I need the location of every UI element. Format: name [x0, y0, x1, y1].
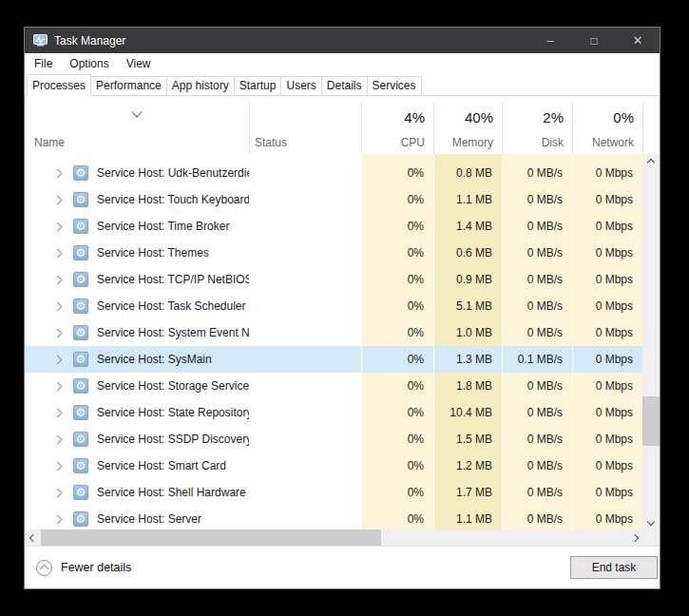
memory-cell: 1.1 MB [433, 506, 502, 529]
process-row[interactable]: ⚙Service Host: Time Broker0%1.4 MB0 MB/s… [25, 213, 642, 240]
window-title: Task Manager [54, 34, 125, 48]
process-rows: ⚙Service Host: Unistack Service G...0%0.… [25, 154, 642, 529]
process-row[interactable]: ⚙Service Host: System Event Noti...0%1.0… [25, 319, 642, 346]
column-header-network[interactable]: 0% Network [572, 103, 642, 154]
tab-users[interactable]: Users [280, 76, 321, 95]
process-name-cell: ⚙Service Host: SysMain [25, 346, 249, 373]
column-header-name[interactable]: Name [25, 103, 249, 154]
cpu-cell: 0% [361, 426, 433, 452]
tab-startup[interactable]: Startup [234, 76, 282, 95]
process-row[interactable]: ⚙Service Host: TCP/IP NetBIOS H...0%0.9 … [25, 266, 642, 293]
service-gear-icon: ⚙ [73, 219, 88, 234]
disk-column-label: Disk [542, 136, 564, 149]
menu-options[interactable]: Options [61, 57, 117, 70]
process-row[interactable]: ⚙Service Host: Smart Card0%1.2 MB0 MB/s0… [25, 452, 642, 479]
fewer-details-label: Fewer details [61, 561, 131, 574]
process-name-cell: ⚙Service Host: TCP/IP NetBIOS H... [25, 266, 249, 293]
service-gear-icon: ⚙ [73, 192, 88, 207]
expand-chevron-icon[interactable] [53, 301, 63, 311]
expand-chevron-icon[interactable] [53, 408, 63, 417]
column-header-status[interactable]: Status [249, 103, 361, 154]
cpu-cell: 0% [361, 213, 433, 240]
vertical-scrollbar[interactable] [642, 154, 660, 529]
process-row[interactable]: ⚙Service Host: SSDP Discovery0%1.5 MB0 M… [25, 426, 642, 452]
expand-chevron-icon[interactable] [53, 221, 63, 231]
process-row[interactable]: ⚙Service Host: Storage Service0%1.8 MB0 … [25, 373, 642, 399]
cpu-cell: 0% [361, 266, 433, 293]
process-row[interactable]: ⚙Service Host: SysMain0%1.3 MB0.1 MB/s0 … [25, 346, 642, 373]
cpu-cell: 0% [361, 373, 433, 399]
process-list: ⚙Service Host: Unistack Service G...0%0.… [25, 154, 660, 529]
tab-details[interactable]: Details [321, 76, 368, 95]
expand-chevron-icon[interactable] [53, 514, 63, 524]
menu-file[interactable]: File [32, 57, 61, 70]
horizontal-scrollbar-thumb[interactable] [41, 529, 381, 546]
disk-cell: 0 MB/s [502, 452, 572, 479]
sort-descending-icon [131, 106, 142, 117]
tab-performance[interactable]: Performance [90, 76, 167, 95]
expand-chevron-icon[interactable] [53, 355, 63, 364]
service-gear-icon: ⚙ [73, 485, 88, 500]
memory-cell: 1.3 MB [433, 346, 502, 373]
close-button[interactable]: ✕ [616, 28, 660, 53]
column-header-disk[interactable]: 2% Disk [502, 103, 572, 154]
service-gear-icon: ⚙ [73, 405, 88, 420]
fewer-details-toggle[interactable]: Fewer details [36, 560, 131, 576]
process-name: Service Host: Smart Card [97, 459, 226, 472]
service-gear-icon: ⚙ [73, 298, 88, 314]
scroll-right-button[interactable] [626, 529, 642, 546]
expand-chevron-icon[interactable] [53, 168, 63, 178]
expand-chevron-icon[interactable] [53, 328, 63, 337]
expand-chevron-icon[interactable] [53, 434, 63, 444]
end-task-button[interactable]: End task [570, 556, 658, 579]
tab-processes[interactable]: Processes [27, 74, 91, 96]
process-row[interactable]: ⚙Service Host: Shell Hardware De...0%1.7… [25, 479, 642, 506]
disk-cell: 0.1 MB/s [502, 346, 572, 373]
process-name-cell: ⚙Service Host: Server [25, 506, 249, 529]
expand-chevron-icon[interactable] [53, 248, 63, 258]
network-cell: 0 Mbps [572, 213, 642, 240]
vertical-scrollbar-thumb[interactable] [642, 396, 660, 446]
process-name: Service Host: Touch Keyboard a... [97, 193, 249, 206]
process-status-cell [249, 373, 361, 399]
process-row[interactable]: ⚙Service Host: Server0%1.1 MB0 MB/s0 Mbp… [25, 506, 642, 529]
column-header-cpu[interactable]: 4% CPU [361, 103, 433, 154]
scroll-down-button[interactable] [642, 513, 660, 529]
process-row[interactable]: ⚙Service Host: Task Scheduler0%5.1 MB0 M… [25, 293, 642, 319]
tab-services[interactable]: Services [367, 76, 422, 95]
memory-cell: 0.6 MB [433, 240, 502, 266]
maximize-button[interactable]: □ [572, 28, 616, 53]
expand-chevron-icon[interactable] [53, 381, 63, 391]
process-row[interactable]: ⚙Service Host: State Repository S...0%10… [25, 399, 642, 426]
process-row[interactable]: ⚙Service Host: Themes0%0.6 MB0 MB/s0 Mbp… [25, 240, 642, 266]
process-name-cell: ⚙Service Host: Smart Card [25, 452, 249, 479]
process-status-cell [249, 506, 361, 529]
horizontal-scrollbar[interactable] [25, 529, 660, 546]
expand-chevron-icon[interactable] [53, 488, 63, 497]
process-row[interactable]: ⚙Service Host: Touch Keyboard a...0%1.1 … [25, 186, 642, 213]
process-name-cell: ⚙Service Host: Themes [25, 240, 249, 266]
disk-cell: 0 MB/s [502, 160, 572, 186]
process-name-cell: ⚙Service Host: Touch Keyboard a... [25, 186, 249, 213]
column-header-memory[interactable]: 40% Memory [433, 103, 502, 154]
process-name: Service Host: SysMain [97, 353, 212, 366]
expand-chevron-icon[interactable] [53, 195, 63, 204]
task-manager-window: Task Manager – □ ✕ FileOptionsView Proce… [24, 27, 660, 589]
process-name: Service Host: SSDP Discovery [97, 433, 249, 446]
disk-cell: 0 MB/s [502, 479, 572, 506]
expand-chevron-icon[interactable] [53, 275, 63, 284]
minimize-button[interactable]: – [528, 28, 572, 53]
network-column-label: Network [592, 136, 634, 149]
memory-column-label: Memory [452, 136, 493, 149]
scroll-left-button[interactable] [25, 529, 41, 546]
name-column-label: Name [34, 136, 65, 149]
service-gear-icon: ⚙ [73, 458, 88, 473]
scroll-up-button[interactable] [642, 154, 660, 170]
expand-chevron-icon[interactable] [53, 461, 63, 471]
process-row[interactable]: ⚙Service Host: Udk-Benutzerdien...0%0.8 … [25, 160, 642, 186]
tab-app-history[interactable]: App history [166, 76, 235, 95]
network-cell: 0 Mbps [572, 346, 642, 373]
cpu-cell: 0% [361, 240, 433, 266]
menu-view[interactable]: View [118, 57, 160, 70]
network-cell: 0 Mbps [572, 452, 642, 479]
